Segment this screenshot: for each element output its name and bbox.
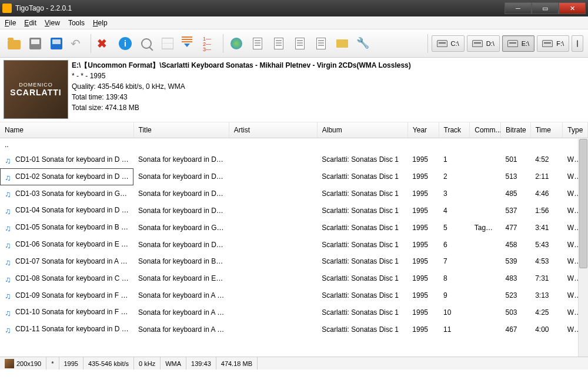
table-row[interactable]: ♫CD1-04 Sonata for keyboard in D majo..S…: [0, 202, 588, 219]
cell-comment: [470, 236, 501, 253]
doc-button-3[interactable]: [290, 34, 309, 53]
cell-bitrate: 477: [500, 219, 530, 236]
table-row[interactable]: ♫CD1-01 Sonata for keyboard in D majo..S…: [0, 151, 588, 168]
document-icon: [274, 38, 283, 49]
cell-year: 1995: [407, 287, 439, 304]
table-row[interactable]: ♫CD1-06 Sonata for keyboard in E majo..S…: [0, 236, 588, 253]
table-row[interactable]: ♫CD1-09 Sonata for keyboard in F mino..S…: [0, 287, 588, 304]
cell-time: 3:13: [530, 287, 563, 304]
maximize-button[interactable]: ▭: [532, 2, 559, 14]
close-button[interactable]: ✕: [559, 2, 586, 14]
drive-icon: [507, 40, 518, 47]
cell-artist: [229, 202, 317, 219]
col-name[interactable]: Name: [0, 122, 133, 138]
table-row[interactable]: ♫CD1-10 Sonata for keyboard in F majo..S…: [0, 304, 588, 321]
menubar: File Edit View Tools Help: [0, 16, 588, 29]
cell-track: 5: [439, 219, 470, 236]
table-row[interactable]: ♫CD1-03 Sonata for keyboard in G majo..S…: [0, 185, 588, 202]
wrench-icon: 🔧: [356, 36, 370, 51]
info-button[interactable]: i: [116, 34, 135, 53]
drive-button-D[interactable]: D:\: [467, 35, 500, 52]
table-row[interactable]: ♫CD1-08 Sonata for keyboard in C shar..S…: [0, 270, 588, 287]
table-row[interactable]: ♫CD1-07 Sonata for keyboard in A majo..S…: [0, 253, 588, 270]
cell-title: Sonata for keyboard in B mi...: [133, 253, 229, 270]
menu-file[interactable]: File: [5, 19, 16, 27]
number-icon: 1—2—3—: [203, 36, 217, 51]
number-button[interactable]: 1—2—3—: [201, 34, 219, 53]
document-icon: [253, 38, 262, 49]
drive-button-C[interactable]: C:\: [432, 35, 465, 52]
table-row[interactable]: ♫CD1-05 Sonata for keyboard in B mino..S…: [0, 219, 588, 236]
cell-title: Sonata for keyboard in D m...: [133, 185, 229, 202]
save-button[interactable]: [26, 34, 45, 53]
col-track[interactable]: Track: [439, 122, 470, 138]
cell-artist: [229, 151, 317, 168]
status-year: 1995: [59, 357, 83, 370]
globe-icon: [230, 38, 242, 49]
cell-time: 4:52: [530, 151, 563, 168]
cell-time: 5:43: [530, 236, 563, 253]
menu-view[interactable]: View: [45, 19, 60, 27]
col-year[interactable]: Year: [407, 122, 439, 138]
web-lookup-button[interactable]: [227, 34, 246, 53]
open-folder-button[interactable]: [5, 34, 24, 53]
sort-button[interactable]: [179, 34, 198, 53]
cell-track: 1: [439, 151, 470, 168]
cell-album: Scarlatti: Sonatas Disc 1: [317, 253, 407, 270]
drive-button-more[interactable]: [572, 35, 583, 52]
cell-artist: [229, 287, 317, 304]
table-row[interactable]: ♫CD1-02 Sonata for keyboard in D mino..S…: [0, 168, 588, 185]
col-artist[interactable]: Artist: [229, 122, 317, 138]
cell-name: ♫CD1-11 Sonata for keyboard in D mino..: [0, 321, 133, 338]
save-all-icon: [51, 38, 62, 49]
cell-bitrate: 485: [500, 185, 530, 202]
scrollbar-thumb[interactable]: [579, 139, 587, 268]
cell-artist: [229, 304, 317, 321]
drive-button-F[interactable]: F:\: [537, 35, 569, 52]
menu-tools[interactable]: Tools: [68, 19, 85, 27]
table-header-row: Name Title Artist Album Year Track Comm.…: [0, 122, 588, 138]
drive-icon: [472, 40, 483, 47]
cell-album: Scarlatti: Sonatas Disc 1: [317, 270, 407, 287]
delete-button[interactable]: ✖: [95, 34, 113, 53]
grid-icon: [162, 38, 173, 49]
doc-button-2[interactable]: [269, 34, 288, 53]
settings-button[interactable]: 🔧: [354, 34, 373, 53]
cell-comment: [470, 168, 501, 185]
cell-comment: [470, 321, 501, 338]
grid-button[interactable]: [158, 34, 177, 53]
cell-title: Sonata for keyboard in D m...: [133, 151, 229, 168]
col-comment[interactable]: Comm...: [470, 122, 501, 138]
doc-button-4[interactable]: [312, 34, 330, 53]
album-cover[interactable]: DOMENICO SCARLATTI: [4, 60, 68, 119]
search-button[interactable]: [137, 34, 156, 53]
col-title[interactable]: Title: [133, 122, 229, 138]
menu-edit[interactable]: Edit: [24, 19, 36, 27]
table-row[interactable]: ♫CD1-11 Sonata for keyboard in D mino..S…: [0, 321, 588, 338]
cell-title: Sonata for keyboard in D m...: [133, 168, 229, 185]
cell-track: 11: [439, 321, 470, 338]
doc-button-1[interactable]: [248, 34, 267, 53]
cell-bitrate: 467: [500, 321, 530, 338]
cell-title: Sonata for keyboard in D m...: [133, 236, 229, 253]
col-album[interactable]: Album: [317, 122, 407, 138]
drive-label: E:\: [522, 40, 529, 47]
cell-album: Scarlatti: Sonatas Disc 1: [317, 321, 407, 338]
drive-icon: [542, 40, 553, 47]
cell-artist: [229, 185, 317, 202]
col-time[interactable]: Time: [530, 122, 563, 138]
drive-button-E[interactable]: E:\: [502, 35, 534, 52]
folder-button-2[interactable]: [333, 34, 352, 53]
file-table-container[interactable]: Name Title Artist Album Year Track Comm.…: [0, 122, 588, 357]
col-bitrate[interactable]: Bitrate: [500, 122, 530, 138]
col-type[interactable]: Type: [563, 122, 588, 138]
cell-time: 3:41: [530, 219, 563, 236]
minimize-button[interactable]: ─: [505, 2, 532, 14]
menu-help[interactable]: Help: [93, 19, 108, 27]
music-note-icon: ♫: [5, 156, 13, 164]
undo-button[interactable]: ↶: [68, 34, 87, 53]
save-all-button[interactable]: [47, 34, 66, 53]
parent-dir-row[interactable]: ..: [0, 138, 588, 152]
vertical-scrollbar[interactable]: [578, 139, 588, 357]
cell-artist: [229, 270, 317, 287]
